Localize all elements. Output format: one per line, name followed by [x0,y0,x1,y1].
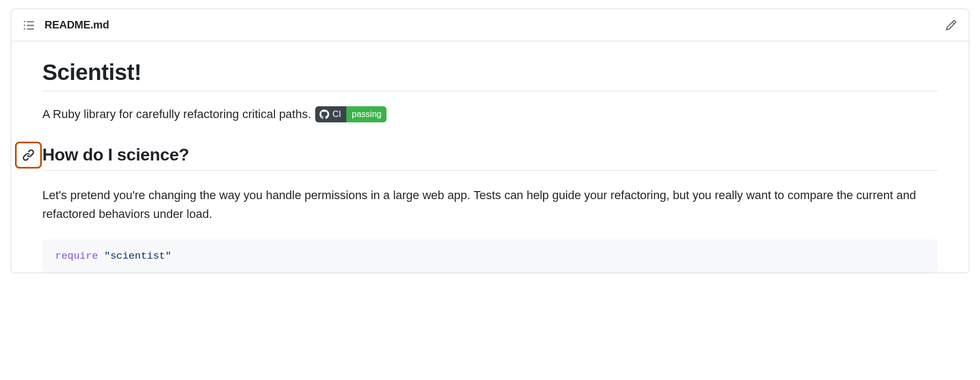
code-keyword: require [55,250,98,262]
pencil-icon [945,19,957,31]
heading-anchor-link[interactable] [15,142,42,169]
edit-button[interactable] [945,19,957,31]
github-icon [320,109,329,119]
section-paragraph: Let's pretend you're changing the way yo… [42,186,938,223]
section-heading: How do I science? [42,145,938,165]
code-string: "scientist" [104,250,171,262]
badge-status: passing [346,106,387,122]
badge-label: CI [332,106,341,122]
readme-panel: README.md Scientist! A Ruby library for … [11,9,969,273]
readme-body: Scientist! A Ruby library for carefully … [11,41,969,273]
code-block: require "scientist" [42,239,938,273]
page-title: Scientist! [42,60,938,91]
list-unordered-icon [23,19,35,31]
readme-header: README.md [11,9,969,41]
readme-filename[interactable]: README.md [44,19,109,31]
subtitle-text: A Ruby library for carefully refactoring… [42,107,311,121]
ci-status-badge[interactable]: CI passing [315,106,387,122]
table-of-contents-button[interactable] [23,19,35,31]
code-space [98,250,104,262]
link-icon [22,149,35,162]
